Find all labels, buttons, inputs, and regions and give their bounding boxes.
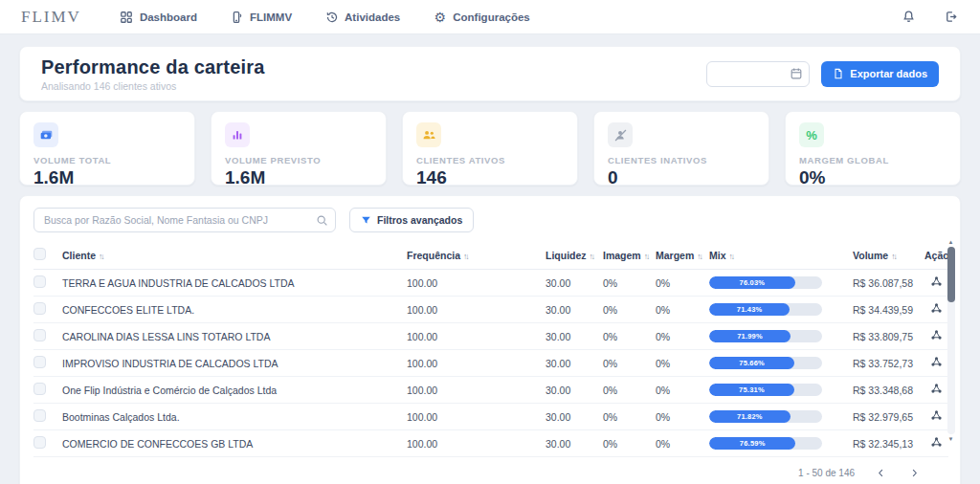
frequencia-value: 100.00 — [407, 404, 546, 430]
dashboard-grid-icon — [120, 10, 134, 24]
share-nodes-icon[interactable] — [930, 383, 943, 395]
clients-table-card: Filtros avançados Cliente↑↓ Frequência↑↓… — [19, 195, 961, 484]
volume-value: R$ 32.979,65 — [853, 404, 924, 430]
frequencia-value: 100.00 — [407, 323, 546, 350]
table-row: IMPROVISO INDUSTRIA DE CALCADOS LTDA 100… — [33, 350, 948, 377]
client-name: CAROLINA DIAS LESSA LINS TOTARO LTDA — [62, 323, 407, 350]
nav-item-dashboard[interactable]: Dashboard — [120, 10, 197, 24]
volume-value: R$ 32.345,13 — [853, 430, 924, 457]
mix-bar-label: 71.43% — [737, 305, 763, 314]
table-row: COMERCIO DE CONFECCOES GB LTDA 100.00 30… — [33, 430, 948, 457]
export-file-icon — [833, 68, 844, 79]
scroll-up-arrow[interactable]: ▲ — [948, 238, 954, 246]
nav-item-atividades[interactable]: Atividades — [324, 10, 400, 24]
share-nodes-icon[interactable] — [930, 409, 943, 422]
search-icon — [316, 213, 328, 231]
next-page-button[interactable] — [907, 466, 922, 480]
search-input[interactable] — [33, 208, 336, 232]
nav-label: Atividades — [345, 11, 400, 23]
nav-label: FLIMMV — [250, 11, 292, 23]
table-toolbar: Filtros avançados — [33, 208, 947, 232]
row-checkbox[interactable] — [33, 275, 46, 288]
prev-page-button[interactable] — [874, 466, 888, 480]
stat-value: 0 — [608, 167, 755, 188]
table-row: Bootminas Calçados Ltda. 100.00 30.00 0%… — [33, 404, 948, 430]
scrollbar-thumb[interactable] — [947, 247, 955, 302]
app-logo[interactable]: FLIMV — [21, 8, 81, 27]
mix-bar-fill: 75.31% — [709, 384, 794, 396]
main-content: Performance da carteira Analisando 146 c… — [0, 34, 980, 484]
imagem-value: 0% — [603, 323, 656, 350]
select-all-checkbox[interactable] — [33, 248, 46, 260]
table-scrollbar[interactable]: ▲ ▼ — [947, 238, 955, 443]
liquidez-value: 30.00 — [546, 297, 603, 323]
export-button[interactable]: Exportar dados — [821, 61, 939, 87]
nav-label: Dashboard — [140, 11, 197, 23]
row-checkbox[interactable] — [33, 383, 46, 395]
sort-icon[interactable]: ↑↓ — [729, 252, 734, 261]
margem-value: 0% — [656, 404, 709, 430]
sort-icon[interactable]: ↑↓ — [697, 252, 702, 261]
liquidez-value: 30.00 — [546, 350, 603, 377]
col-header-volume[interactable]: Volume↑↓ — [853, 242, 924, 270]
row-checkbox[interactable] — [33, 302, 46, 315]
logout-icon[interactable] — [942, 9, 959, 26]
nav-item-configuracoes[interactable]: ⚙ Configurações — [433, 10, 530, 24]
frequencia-value: 100.00 — [407, 297, 546, 323]
imagem-value: 0% — [603, 430, 656, 457]
mix-bar-label: 71.82% — [737, 412, 763, 421]
client-name: CONFECCOES ELITE LTDA. — [62, 297, 407, 323]
mix-progress-bar: 71.82% — [709, 410, 822, 423]
frequencia-value: 100.00 — [407, 270, 546, 297]
mix-bar-fill: 71.82% — [709, 410, 791, 423]
margem-value: 0% — [656, 297, 709, 323]
mix-bar-label: 76.03% — [740, 278, 766, 287]
stat-value: 1.6M — [33, 167, 181, 188]
mix-bar-fill: 71.99% — [709, 330, 791, 342]
volume-value: R$ 33.348,68 — [853, 377, 924, 404]
stat-card-volume-total: VOLUME TOTAL 1.6M — [19, 111, 195, 186]
margem-value: 0% — [656, 377, 709, 404]
sort-icon[interactable]: ↑↓ — [891, 252, 896, 261]
share-nodes-icon[interactable] — [930, 329, 943, 341]
stat-card-volume-previsto: VOLUME PREVISTO 1.6M — [211, 111, 387, 186]
share-nodes-icon[interactable] — [930, 302, 943, 315]
col-header-cliente[interactable]: Cliente↑↓ — [62, 242, 407, 270]
row-checkbox[interactable] — [33, 436, 46, 449]
stats-row: VOLUME TOTAL 1.6M VOLUME PREVISTO 1.6M C… — [19, 111, 961, 186]
sort-icon[interactable]: ↑↓ — [463, 252, 468, 261]
filters-button-label: Filtros avançados — [377, 214, 462, 226]
col-header-frequencia[interactable]: Frequência↑↓ — [407, 242, 546, 270]
client-name: IMPROVISO INDUSTRIA DE CALCADOS LTDA — [62, 350, 407, 377]
user-slash-icon — [608, 122, 633, 147]
share-nodes-icon[interactable] — [930, 356, 943, 368]
col-header-margem[interactable]: Margem↑↓ — [656, 242, 709, 270]
sort-icon[interactable]: ↑↓ — [99, 252, 103, 261]
advanced-filters-button[interactable]: Filtros avançados — [349, 208, 474, 232]
sort-icon[interactable]: ↑↓ — [590, 252, 594, 261]
bell-icon[interactable] — [900, 9, 917, 26]
clients-table: Cliente↑↓ Frequência↑↓ Liquidez↑↓ Imagem… — [33, 242, 948, 457]
nav-item-flimmv[interactable]: FLIMMV — [230, 10, 292, 24]
col-header-imagem[interactable]: Imagem↑↓ — [603, 242, 656, 270]
scroll-down-arrow[interactable]: ▼ — [948, 435, 954, 443]
row-checkbox[interactable] — [33, 409, 46, 422]
col-header-liquidez[interactable]: Liquidez↑↓ — [546, 242, 603, 270]
stat-label: VOLUME PREVISTO — [225, 155, 372, 165]
stat-label: MARGEM GLOBAL — [799, 155, 947, 165]
client-name: Bootminas Calçados Ltda. — [62, 404, 407, 430]
volume-value: R$ 33.809,75 — [853, 323, 924, 350]
frequencia-value: 100.00 — [407, 350, 546, 377]
frequencia-value: 100.00 — [407, 430, 546, 457]
imagem-value: 0% — [603, 404, 656, 430]
share-nodes-icon[interactable] — [930, 436, 943, 449]
scrollbar-track[interactable] — [947, 247, 955, 434]
imagem-value: 0% — [603, 377, 656, 404]
row-checkbox[interactable] — [33, 329, 46, 341]
sort-icon[interactable]: ↑↓ — [644, 252, 649, 261]
row-checkbox[interactable] — [33, 356, 46, 368]
client-name: COMERCIO DE CONFECCOES GB LTDA — [62, 430, 407, 457]
share-nodes-icon[interactable] — [930, 275, 943, 288]
col-header-mix[interactable]: Mix↑↓ — [709, 242, 853, 270]
margem-value: 0% — [656, 430, 709, 457]
